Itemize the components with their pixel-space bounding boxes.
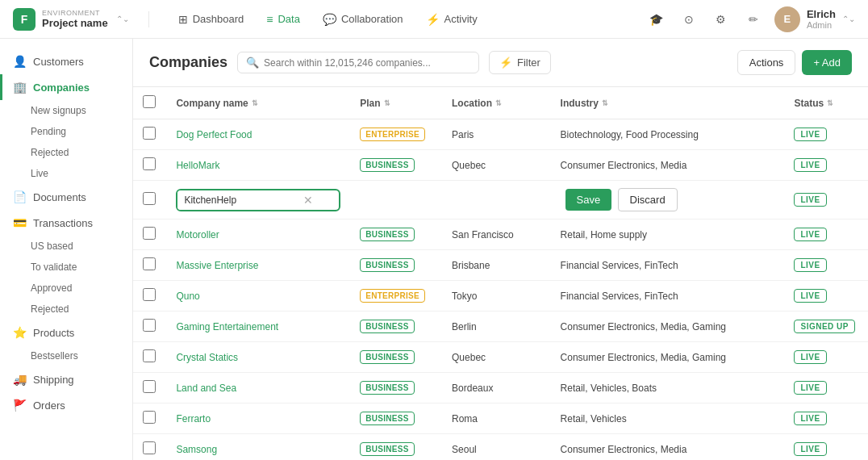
sidebar-sub-rejected[interactable]: Rejected bbox=[0, 142, 132, 163]
row-location: Brisbane bbox=[442, 250, 551, 281]
sidebar-item-orders[interactable]: 🚩 Orders bbox=[0, 392, 132, 418]
company-name-link[interactable]: Gaming Entertainement bbox=[176, 321, 278, 332]
sidebar-sub-new-signups[interactable]: New signups bbox=[0, 100, 132, 121]
graduation-icon[interactable]: 🎓 bbox=[645, 8, 668, 31]
search-box[interactable]: 🔍 bbox=[237, 52, 479, 73]
row-checkbox-cell bbox=[133, 281, 166, 312]
companies-icon: 🏢 bbox=[13, 81, 27, 94]
nav-collaboration[interactable]: 💬 Collaboration bbox=[313, 8, 413, 31]
table-row: Land and Sea BUSINESS Bordeaux Retail, V… bbox=[133, 373, 868, 404]
row-location: Quebec bbox=[442, 150, 551, 181]
add-button[interactable]: + Add bbox=[802, 50, 852, 75]
row-checkbox[interactable] bbox=[143, 319, 156, 332]
company-name-link[interactable]: Crystal Statics bbox=[176, 352, 238, 363]
filter-button[interactable]: ⚡ Filter bbox=[489, 51, 551, 74]
actions-button[interactable]: Actions bbox=[737, 50, 796, 75]
row-checkbox[interactable] bbox=[143, 192, 156, 205]
sidebar-item-companies[interactable]: 🏢 Companies bbox=[0, 74, 132, 100]
th-industry[interactable]: Industry ⇅ bbox=[551, 87, 785, 119]
save-button[interactable]: Save bbox=[565, 189, 612, 211]
search-input[interactable] bbox=[264, 57, 470, 69]
row-checkbox[interactable] bbox=[143, 157, 156, 170]
row-checkbox[interactable] bbox=[143, 349, 156, 362]
row-checkbox[interactable] bbox=[143, 127, 156, 140]
company-name-link[interactable]: Massive Enterprise bbox=[176, 260, 258, 271]
sidebar-item-transactions[interactable]: 💳 Transactions bbox=[0, 210, 132, 236]
sidebar-companies-label: Companies bbox=[33, 82, 90, 94]
select-all-checkbox[interactable] bbox=[143, 95, 156, 108]
edit-clear-icon[interactable]: ✕ bbox=[298, 194, 318, 207]
sidebar-sub-rejected-tx[interactable]: Rejected bbox=[0, 299, 132, 320]
company-name-link[interactable]: Quno bbox=[176, 291, 199, 302]
th-company-name[interactable]: Company name ⇅ bbox=[166, 87, 350, 119]
row-industry: Consumer Electronics, Media bbox=[551, 434, 785, 461]
row-location: Bordeaux bbox=[442, 373, 551, 404]
status-badge: LIVE bbox=[794, 412, 826, 425]
row-plan: ENTERPRISE bbox=[350, 281, 442, 312]
env-label: ENVIRONMENT bbox=[42, 9, 108, 17]
row-checkbox[interactable] bbox=[143, 411, 156, 424]
company-name-link[interactable]: Motoroller bbox=[176, 229, 219, 240]
status-badge: LIVE bbox=[794, 350, 826, 364]
nav-activity[interactable]: ⚡ Activity bbox=[416, 8, 487, 31]
nav-divider bbox=[148, 11, 149, 27]
row-checkbox[interactable] bbox=[143, 288, 156, 301]
row-plan: BUSINESS bbox=[350, 342, 442, 373]
row-checkbox[interactable] bbox=[143, 380, 156, 393]
th-status[interactable]: Status ⇅ bbox=[784, 87, 868, 119]
sidebar-sub-live[interactable]: Live bbox=[0, 163, 132, 184]
sidebar-sub-pending[interactable]: Pending bbox=[0, 121, 132, 142]
row-industry: Retail, Vehicles bbox=[551, 404, 785, 434]
customers-icon: 👤 bbox=[13, 55, 27, 68]
sidebar-item-documents[interactable]: 📄 Documents bbox=[0, 184, 132, 210]
company-name-edit-input[interactable] bbox=[177, 190, 298, 210]
company-name-link[interactable]: Samsong bbox=[176, 444, 217, 455]
row-status: LIVE bbox=[784, 434, 868, 461]
company-name-link[interactable]: HelloMark bbox=[176, 160, 219, 171]
nav-data-label: Data bbox=[278, 13, 299, 25]
edit-icon[interactable]: ✏ bbox=[742, 8, 765, 31]
company-name-link[interactable]: Ferrarto bbox=[176, 413, 211, 424]
settings-icon[interactable]: ⚙ bbox=[710, 8, 732, 31]
nav-dashboard[interactable]: ⊞ Dashboard bbox=[169, 8, 254, 31]
header-actions: Actions + Add bbox=[737, 50, 852, 75]
row-checkbox[interactable] bbox=[143, 441, 156, 454]
nav-items: ⊞ Dashboard ≡ Data 💬 Collaboration ⚡ Act… bbox=[169, 8, 487, 31]
row-checkbox[interactable] bbox=[143, 227, 156, 240]
sidebar: 👤 Customers 🏢 Companies New signups Pend… bbox=[0, 39, 133, 460]
th-location[interactable]: Location ⇅ bbox=[442, 87, 551, 119]
company-name-link[interactable]: Dog Perfect Food bbox=[176, 129, 252, 140]
row-location: Paris bbox=[442, 119, 551, 150]
sidebar-orders-label: Orders bbox=[33, 399, 65, 412]
sidebar-sub-us-based[interactable]: US based bbox=[0, 236, 132, 257]
sidebar-item-products[interactable]: ⭐ Products bbox=[0, 320, 132, 345]
user-avatar-section[interactable]: E Elrich Admin ⌃⌄ bbox=[774, 6, 855, 32]
th-plan[interactable]: Plan ⇅ bbox=[350, 87, 442, 119]
row-status: LIVE bbox=[784, 404, 868, 434]
row-name: Crystal Statics bbox=[166, 342, 350, 373]
help-icon[interactable]: ⊙ bbox=[678, 8, 700, 31]
row-plan: BUSINESS bbox=[350, 150, 442, 181]
nav-data[interactable]: ≡ Data bbox=[257, 8, 310, 31]
sidebar-item-shipping[interactable]: 🚚 Shipping bbox=[0, 366, 132, 392]
collaboration-icon: 💬 bbox=[323, 13, 336, 26]
table-row: HelloMark BUSINESS Quebec Consumer Elect… bbox=[133, 150, 868, 181]
logo-section[interactable]: F ENVIRONMENT Project name ⌃⌄ bbox=[13, 8, 129, 31]
sidebar-sub-bestsellers[interactable]: Bestsellers bbox=[0, 345, 132, 366]
sidebar-sub-approved[interactable]: Approved bbox=[0, 278, 132, 299]
row-status: LIVE bbox=[784, 150, 868, 181]
sidebar-documents-label: Documents bbox=[33, 191, 86, 203]
sidebar-item-customers[interactable]: 👤 Customers bbox=[0, 48, 132, 74]
table-row: Massive Enterprise BUSINESS Brisbane Fin… bbox=[133, 250, 868, 281]
row-checkbox[interactable] bbox=[143, 257, 156, 270]
row-name: HelloMark bbox=[166, 150, 350, 181]
sidebar-sub-to-validate[interactable]: To validate bbox=[0, 257, 132, 278]
discard-button[interactable]: Discard bbox=[618, 188, 678, 211]
row-name: Gaming Entertainement bbox=[166, 312, 350, 342]
row-location: Quebec bbox=[442, 342, 551, 373]
company-name-link[interactable]: Land and Sea bbox=[176, 383, 236, 394]
row-edit-name: ✕ bbox=[166, 181, 350, 220]
status-badge: LIVE bbox=[794, 442, 826, 456]
content-area: Companies 🔍 ⚡ Filter Actions + Add bbox=[133, 39, 868, 460]
row-status: SIGNED UP bbox=[784, 312, 868, 342]
